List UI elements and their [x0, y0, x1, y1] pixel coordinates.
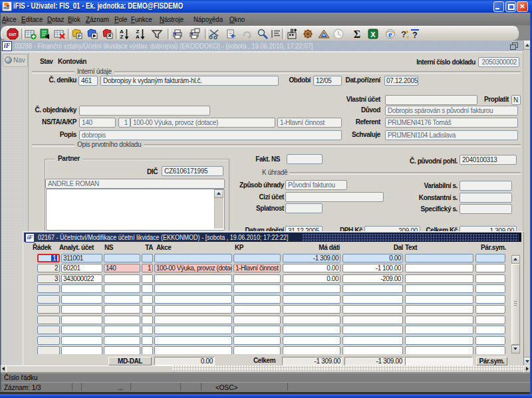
svg-text:Z: Z [120, 34, 124, 40]
svg-text:?: ? [412, 31, 417, 40]
svg-text:A: A [136, 34, 140, 40]
svg-text:EXIT: EXIT [9, 33, 16, 37]
svg-text:e: e [388, 29, 392, 39]
svg-text:?: ? [401, 29, 406, 39]
svg-text:X: X [370, 31, 376, 39]
svg-text:P: P [78, 34, 81, 39]
svg-text:Σ: Σ [354, 29, 360, 40]
